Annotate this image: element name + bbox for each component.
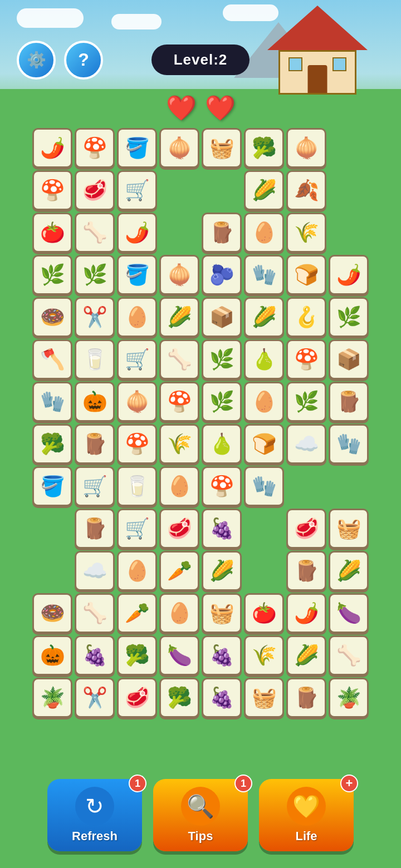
tile[interactable]: 🌿 bbox=[75, 255, 115, 295]
tile[interactable]: ✂️ bbox=[75, 297, 115, 337]
tile[interactable]: 🌾 bbox=[159, 424, 199, 464]
tile[interactable]: 🍆 bbox=[159, 635, 199, 675]
tile[interactable]: ☁️ bbox=[286, 424, 326, 464]
tile[interactable]: 🌿 bbox=[32, 255, 72, 295]
tile[interactable]: 🧺 bbox=[202, 593, 242, 633]
tile[interactable]: ☁️ bbox=[75, 551, 115, 591]
settings-button[interactable]: ⚙️ bbox=[17, 41, 56, 80]
tile[interactable]: 🍞 bbox=[244, 424, 284, 464]
tile[interactable]: 🥩 bbox=[159, 509, 199, 549]
tile[interactable]: 🌶️ bbox=[329, 255, 369, 295]
tile[interactable]: 🍇 bbox=[202, 635, 242, 675]
life-button[interactable]: + 💛 Life bbox=[259, 779, 354, 851]
tile[interactable]: 🧤 bbox=[244, 255, 284, 295]
tile[interactable]: 🥚 bbox=[244, 213, 284, 253]
tile[interactable]: 🧤 bbox=[329, 424, 369, 464]
tile[interactable]: 🌽 bbox=[286, 635, 326, 675]
tile[interactable]: 🌿 bbox=[202, 339, 242, 379]
tile[interactable]: 🍄 bbox=[159, 382, 199, 422]
tile[interactable]: 🍇 bbox=[202, 509, 242, 549]
tile[interactable]: 🌾 bbox=[286, 213, 326, 253]
tips-button[interactable]: 1 🔍 Tips bbox=[153, 779, 248, 851]
tile[interactable]: 🍩 bbox=[32, 297, 72, 337]
tile[interactable]: 🥩 bbox=[117, 678, 157, 718]
tile[interactable]: 🧅 bbox=[159, 255, 199, 295]
tile[interactable]: 🍄 bbox=[202, 466, 242, 506]
tile[interactable]: 🧺 bbox=[244, 678, 284, 718]
tile[interactable]: 🍩 bbox=[32, 593, 72, 633]
tile[interactable]: 🥚 bbox=[159, 593, 199, 633]
tile[interactable]: 🥦 bbox=[117, 635, 157, 675]
tile[interactable]: 🪵 bbox=[286, 678, 326, 718]
tile[interactable]: 🍄 bbox=[32, 170, 72, 210]
tile[interactable]: 🥚 bbox=[244, 382, 284, 422]
tile[interactable]: 🧅 bbox=[117, 382, 157, 422]
tile[interactable]: 🌿 bbox=[286, 382, 326, 422]
tile[interactable]: 🎃 bbox=[32, 635, 72, 675]
tile[interactable]: 🪴 bbox=[329, 678, 369, 718]
help-button[interactable]: ? bbox=[64, 41, 103, 80]
tile[interactable]: 🌽 bbox=[159, 297, 199, 337]
tile[interactable]: 🍐 bbox=[244, 339, 284, 379]
tile[interactable]: 🌽 bbox=[329, 551, 369, 591]
tile[interactable]: 🧺 bbox=[202, 128, 242, 168]
tile[interactable]: 🍂 bbox=[286, 170, 326, 210]
tile[interactable]: 🦴 bbox=[329, 635, 369, 675]
tile[interactable]: 🥦 bbox=[244, 128, 284, 168]
tile[interactable]: 🍄 bbox=[286, 339, 326, 379]
tile[interactable]: 🌿 bbox=[202, 382, 242, 422]
tile[interactable]: 🛒 bbox=[75, 466, 115, 506]
tile[interactable]: 🥩 bbox=[75, 170, 115, 210]
tile[interactable]: 🌶️ bbox=[32, 128, 72, 168]
tile[interactable]: 🍇 bbox=[75, 635, 115, 675]
tile[interactable]: 🍆 bbox=[329, 593, 369, 633]
tile[interactable]: 🥦 bbox=[32, 424, 72, 464]
tile[interactable]: 🪵 bbox=[202, 213, 242, 253]
tile[interactable]: 🪴 bbox=[32, 678, 72, 718]
tile[interactable]: 🥚 bbox=[117, 297, 157, 337]
tile[interactable]: 🧤 bbox=[244, 466, 284, 506]
tile[interactable]: 🥩 bbox=[286, 509, 326, 549]
tile[interactable]: 🦴 bbox=[75, 213, 115, 253]
tile[interactable]: 📦 bbox=[329, 339, 369, 379]
tile[interactable]: 📦 bbox=[202, 297, 242, 337]
tile[interactable]: 🌿 bbox=[329, 297, 369, 337]
tile[interactable]: 🪣 bbox=[117, 128, 157, 168]
tile[interactable]: 🛒 bbox=[117, 509, 157, 549]
tile[interactable]: 🌽 bbox=[244, 297, 284, 337]
tile[interactable]: 🥛 bbox=[117, 466, 157, 506]
tile[interactable]: 🪵 bbox=[75, 424, 115, 464]
tile[interactable]: 🪝 bbox=[286, 297, 326, 337]
tile[interactable]: 🪵 bbox=[75, 509, 115, 549]
tile[interactable]: 🧺 bbox=[329, 509, 369, 549]
tile[interactable]: 🍅 bbox=[244, 593, 284, 633]
tile[interactable]: 🥛 bbox=[75, 339, 115, 379]
tile[interactable]: 🧅 bbox=[159, 128, 199, 168]
tile[interactable]: 🌽 bbox=[202, 551, 242, 591]
tile[interactable]: 🎃 bbox=[75, 382, 115, 422]
tile[interactable]: 🍄 bbox=[117, 424, 157, 464]
tile[interactable]: 🪓 bbox=[32, 339, 72, 379]
tile[interactable]: 🍇 bbox=[202, 678, 242, 718]
tile[interactable]: 🦴 bbox=[159, 339, 199, 379]
tile[interactable]: 🌶️ bbox=[117, 213, 157, 253]
tile[interactable]: 🥦 bbox=[159, 678, 199, 718]
tile[interactable]: 🛒 bbox=[117, 339, 157, 379]
tile[interactable]: 🌽 bbox=[244, 170, 284, 210]
refresh-button[interactable]: 1 ↻ Refresh bbox=[47, 779, 142, 851]
tile[interactable]: 🪵 bbox=[286, 551, 326, 591]
tile[interactable]: 🌾 bbox=[244, 635, 284, 675]
tile[interactable]: 🥚 bbox=[159, 466, 199, 506]
tile[interactable]: 🍄 bbox=[75, 128, 115, 168]
tile[interactable]: 🍞 bbox=[286, 255, 326, 295]
tile[interactable]: 🪵 bbox=[329, 382, 369, 422]
tile[interactable]: 🥕 bbox=[117, 593, 157, 633]
tile[interactable]: 🧅 bbox=[286, 128, 326, 168]
tile[interactable]: 🦴 bbox=[75, 593, 115, 633]
tile[interactable]: ✂️ bbox=[75, 678, 115, 718]
tile[interactable]: 🥚 bbox=[117, 551, 157, 591]
tile[interactable]: 🫐 bbox=[202, 255, 242, 295]
tile[interactable]: 🌶️ bbox=[286, 593, 326, 633]
tile[interactable]: 🛒 bbox=[117, 170, 157, 210]
tile[interactable]: 🍅 bbox=[32, 213, 72, 253]
